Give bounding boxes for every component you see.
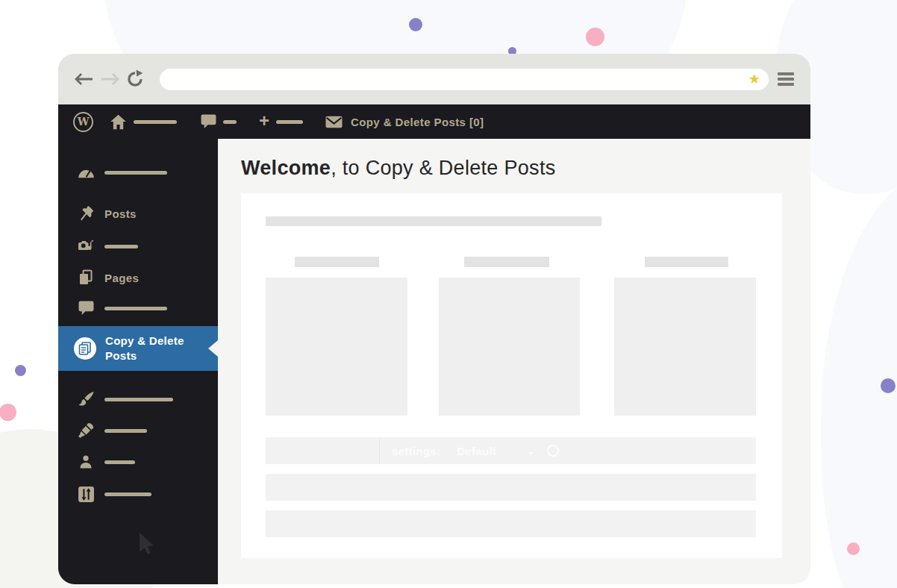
decor-dot-purple: [881, 378, 896, 393]
dashboard-icon: [77, 167, 95, 178]
placeholder-panel: [439, 278, 580, 416]
placeholder-row: settings: Default ⌄: [266, 437, 756, 464]
bookmark-star-icon[interactable]: ★: [748, 72, 760, 86]
placeholder-intro-bar: [266, 216, 601, 226]
plug-icon: [77, 422, 95, 439]
placeholder-label-bar: [104, 429, 147, 433]
wp-admin-bar: W + Copy &: [58, 104, 810, 139]
comment-icon: [77, 301, 95, 316]
sidebar-item-label: Pages: [104, 272, 139, 284]
placeholder-row: [266, 510, 756, 537]
sidebar-item-dashboard[interactable]: [77, 163, 167, 182]
placeholder-panel: [614, 278, 756, 416]
reload-button[interactable]: [125, 69, 145, 89]
ghost-chevron-down-icon: ⌄: [526, 445, 535, 457]
placeholder-label-bar: [104, 460, 135, 464]
copy-delete-posts-icon: [74, 337, 96, 360]
placeholder-text-bar: [223, 120, 237, 124]
ghost-settings-row: settings: Default ⌄: [266, 437, 756, 464]
sidebar-item-appearance[interactable]: [77, 390, 173, 409]
wordpress-logo-icon[interactable]: W: [73, 112, 93, 132]
window-body: Posts: [58, 139, 810, 584]
menu-bar: [778, 83, 794, 86]
decor-dot-pink: [586, 28, 604, 46]
wp-content-area: Welcome, to Copy & Delete Posts settings…: [218, 139, 810, 584]
placeholder-text-bar: [276, 120, 303, 124]
sidebar-item-comments[interactable]: [77, 298, 167, 318]
welcome-card: settings: Default ⌄: [241, 193, 782, 558]
comment-icon: [201, 114, 216, 129]
paintbrush-icon: [77, 391, 95, 407]
decor-dot-purple: [15, 365, 26, 376]
back-arrow-icon: [75, 72, 94, 86]
placeholder-panel: [266, 278, 407, 416]
placeholder-label-bar: [104, 398, 173, 401]
ghost-logo-icon: [547, 445, 559, 457]
menu-bar: [778, 78, 794, 81]
home-icon: [110, 114, 127, 130]
browser-menu-icon[interactable]: [778, 72, 794, 86]
page-title-rest: , to Copy & Delete Posts: [331, 157, 555, 179]
reload-icon: [125, 69, 145, 89]
illustration-stage: ★ W +: [0, 0, 897, 588]
mouse-cursor-icon: [139, 531, 155, 561]
row-divider: [379, 437, 380, 464]
ghost-settings-label: settings:: [392, 445, 440, 457]
decor-dot-pink: [0, 404, 16, 421]
envelope-icon: [325, 116, 343, 128]
page-title: Welcome, to Copy & Delete Posts: [241, 157, 556, 180]
placeholder-column-title: [295, 257, 379, 267]
pages-icon: [77, 269, 95, 286]
placeholder-label-bar: [104, 307, 167, 310]
placeholder-column-title: [645, 257, 728, 267]
decor-dot-purple: [409, 18, 422, 31]
sliders-icon: [77, 486, 95, 503]
placeholder-row: [266, 474, 756, 501]
forward-button[interactable]: [100, 72, 119, 86]
sidebar-item-settings[interactable]: [77, 484, 151, 504]
decor-dot-pink: [847, 542, 860, 555]
url-bar[interactable]: ★: [160, 69, 769, 90]
admin-bar-comments-item[interactable]: [201, 114, 237, 129]
ghost-settings-value: Default: [457, 445, 496, 457]
plugin-menu-label: Copy & Delete Posts [0]: [351, 116, 484, 128]
sidebar-item-copy-delete-posts[interactable]: Copy & Delete Posts: [58, 326, 218, 371]
sidebar-item-users[interactable]: [77, 452, 135, 472]
sidebar-item-pages[interactable]: Pages: [77, 268, 139, 287]
plus-icon: +: [259, 112, 269, 130]
user-icon: [77, 454, 95, 469]
sidebar-item-plugins[interactable]: [77, 421, 147, 440]
admin-bar-plugin-item[interactable]: Copy & Delete Posts [0]: [325, 116, 484, 128]
media-icon: [77, 238, 95, 254]
sidebar-item-media[interactable]: [77, 237, 138, 256]
admin-bar-site-item[interactable]: [110, 114, 177, 130]
placeholder-label-bar: [104, 492, 151, 496]
browser-toolbar: ★: [58, 54, 810, 104]
back-button[interactable]: [75, 72, 94, 86]
browser-window: ★ W +: [58, 54, 810, 584]
sidebar-item-label: Posts: [104, 207, 137, 220]
placeholder-label-bar: [104, 245, 138, 248]
menu-bar: [778, 72, 794, 75]
placeholder-text-bar: [134, 120, 177, 124]
sidebar-item-posts[interactable]: Posts: [77, 204, 137, 223]
placeholder-column-title: [464, 257, 549, 267]
admin-bar-new-item[interactable]: +: [259, 114, 303, 130]
wp-sidebar: Posts: [58, 139, 218, 584]
sidebar-active-label: Copy & Delete Posts: [105, 334, 184, 364]
page-title-bold: Welcome: [241, 157, 331, 179]
placeholder-label-bar: [104, 171, 167, 175]
pushpin-icon: [77, 205, 95, 222]
forward-arrow-icon: [100, 72, 119, 86]
